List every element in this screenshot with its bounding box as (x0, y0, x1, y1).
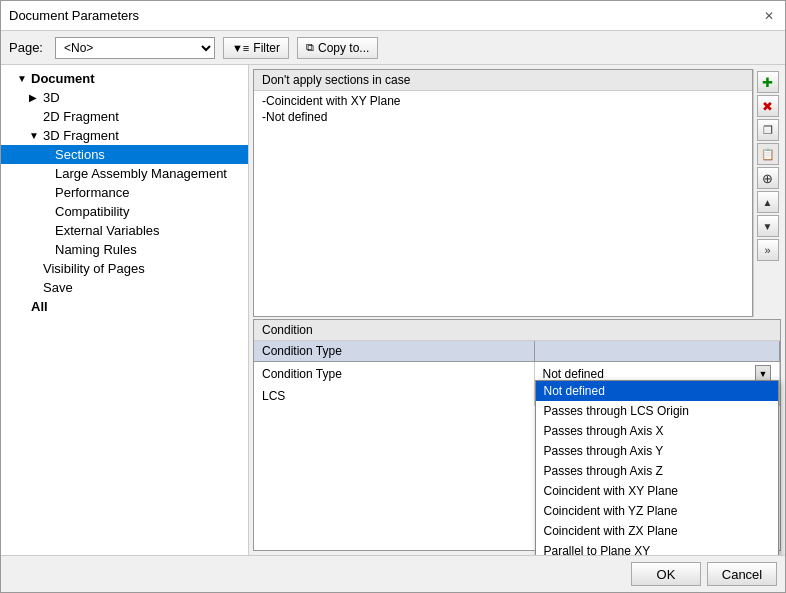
sidebar-item-label: External Variables (55, 223, 244, 238)
sidebar-item-external-variables[interactable]: External Variables (1, 221, 248, 240)
main-panel: Don't apply sections in case -Coincident… (249, 65, 785, 555)
sidebar-item-3d[interactable]: ▶ 3D (1, 88, 248, 107)
title-bar: Document Parameters ✕ (1, 1, 785, 31)
side-buttons-panel: ✚ ✖ ❐ 📋 ⊕ ▲ ▼ » (753, 69, 781, 317)
sidebar-item-label: Performance (55, 185, 244, 200)
condition-type-cell: Condition Type (254, 362, 534, 387)
list-item[interactable]: -Coincident with XY Plane (258, 93, 748, 109)
condition-section-box: Condition Condition Type (253, 319, 781, 551)
lcs-label: LCS (262, 389, 285, 403)
condition-row-type: Condition Type Not defined ▼ N (254, 362, 780, 387)
sidebar-item-label: Save (43, 280, 244, 295)
sidebar-item-label: Sections (55, 147, 244, 162)
sidebar-item-large-assembly[interactable]: Large Assembly Management (1, 164, 248, 183)
ok-button[interactable]: OK (631, 562, 701, 586)
sidebar-item-save[interactable]: Save (1, 278, 248, 297)
condition-header: Condition (254, 320, 780, 341)
dont-apply-section-box: Don't apply sections in case -Coincident… (253, 69, 753, 317)
copy-label: Copy to... (318, 41, 369, 55)
sidebar-item-visibility-of-pages[interactable]: Visibility of Pages (1, 259, 248, 278)
dropdown-option-parallel-xy[interactable]: Parallel to Plane XY (536, 541, 779, 555)
sidebar-item-label: Document (31, 71, 244, 86)
dropdown-option-passes-axis-z[interactable]: Passes through Axis Z (536, 461, 779, 481)
sidebar-item-compatibility[interactable]: Compatibility (1, 202, 248, 221)
dropdown-option-passes-axis-y[interactable]: Passes through Axis Y (536, 441, 779, 461)
sidebar-item-all[interactable]: All (1, 297, 248, 316)
toolbar: Page: <No> ▼≡ Filter ⧉ Copy to... (1, 31, 785, 65)
dropdown-option-not-defined[interactable]: Not defined (536, 381, 779, 401)
sidebar-item-label: Compatibility (55, 204, 244, 219)
dialog-title: Document Parameters (9, 8, 139, 23)
close-button[interactable]: ✕ (761, 8, 777, 24)
arrow-icon: ▼ (29, 130, 41, 141)
condition-table: Condition Type Condition Type (254, 341, 780, 406)
sidebar-item-label: 2D Fragment (43, 109, 244, 124)
sidebar-item-label: Visibility of Pages (43, 261, 244, 276)
move-up-button[interactable]: ▲ (757, 191, 779, 213)
col-header-value (534, 341, 780, 362)
dropdown-option-passes-axis-x[interactable]: Passes through Axis X (536, 421, 779, 441)
condition-lcs-cell: LCS (254, 386, 534, 406)
dont-apply-list: -Coincident with XY Plane -Not defined (254, 91, 752, 316)
remove-button[interactable]: ✖ (757, 95, 779, 117)
dropdown-option-coincident-xy[interactable]: Coincident with XY Plane (536, 481, 779, 501)
list-item[interactable]: -Not defined (258, 109, 748, 125)
sidebar-item-sections[interactable]: Sections (1, 145, 248, 164)
sidebar-item-performance[interactable]: Performance (1, 183, 248, 202)
sidebar-item-label: All (31, 299, 244, 314)
filter-button[interactable]: ▼≡ Filter (223, 37, 289, 59)
dialog-footer: OK Cancel (1, 555, 785, 592)
sidebar-item-2d-fragment[interactable]: 2D Fragment (1, 107, 248, 126)
condition-value-cell: Not defined ▼ Not defined Passes through… (534, 362, 780, 387)
sidebar-item-3d-fragment[interactable]: ▼ 3D Fragment (1, 126, 248, 145)
col-header-type: Condition Type (254, 341, 534, 362)
filter-label: Filter (253, 41, 280, 55)
paste-button[interactable]: 📋 (757, 143, 779, 165)
sidebar-item-naming-rules[interactable]: Naming Rules (1, 240, 248, 259)
filter-icon: ▼≡ (232, 42, 249, 54)
dropdown-option-coincident-zx[interactable]: Coincident with ZX Plane (536, 521, 779, 541)
expand-button[interactable]: » (757, 239, 779, 261)
sidebar-item-document[interactable]: ▼ Document (1, 69, 248, 88)
arrow-icon: ▶ (29, 92, 41, 103)
copy-icon: ⧉ (306, 41, 314, 54)
dropdown-option-passes-lcs-origin[interactable]: Passes through LCS Origin (536, 401, 779, 421)
move-down-button[interactable]: ▼ (757, 215, 779, 237)
condition-type-label: Condition Type (262, 367, 342, 381)
sidebar-item-label: Naming Rules (55, 242, 244, 257)
condition-dropdown-popup: Not defined Passes through LCS Origin Pa… (535, 380, 780, 555)
arrow-icon: ▼ (17, 73, 29, 84)
sidebar-item-label: 3D Fragment (43, 128, 244, 143)
dont-apply-header: Don't apply sections in case (254, 70, 752, 91)
copy-to-button[interactable]: ⧉ Copy to... (297, 37, 378, 59)
page-select[interactable]: <No> (55, 37, 215, 59)
link-button[interactable]: ⊕ (757, 167, 779, 189)
add-button[interactable]: ✚ (757, 71, 779, 93)
cancel-button[interactable]: Cancel (707, 562, 777, 586)
copy-button[interactable]: ❐ (757, 119, 779, 141)
content-area: ▼ Document ▶ 3D 2D Fragment ▼ 3D Fragmen… (1, 65, 785, 555)
sidebar-item-label: Large Assembly Management (55, 166, 244, 181)
dropdown-option-coincident-yz[interactable]: Coincident with YZ Plane (536, 501, 779, 521)
page-label: Page: (9, 40, 43, 55)
sidebar-item-label: 3D (43, 90, 244, 105)
condition-dropdown-value: Not defined (543, 367, 756, 381)
dialog: Document Parameters ✕ Page: <No> ▼≡ Filt… (0, 0, 786, 593)
sidebar: ▼ Document ▶ 3D 2D Fragment ▼ 3D Fragmen… (1, 65, 249, 555)
